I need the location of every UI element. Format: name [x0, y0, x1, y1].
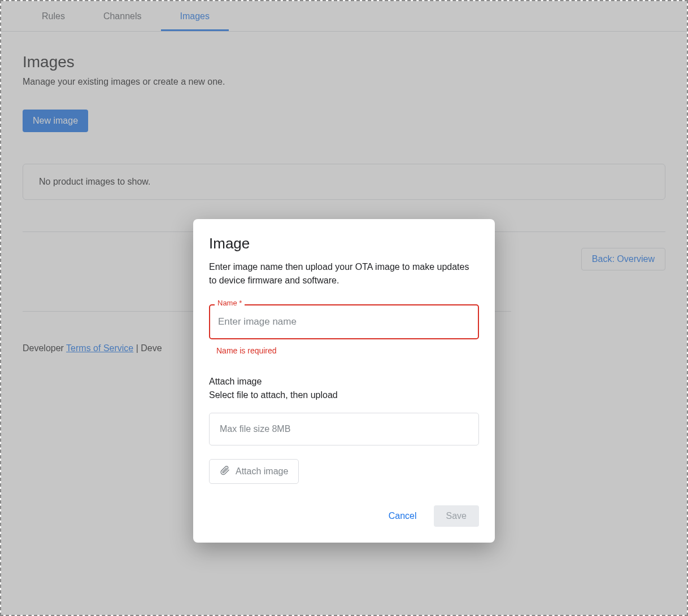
attach-image-label: Attach image [236, 466, 288, 477]
cancel-button[interactable]: Cancel [381, 505, 425, 527]
modal-overlay[interactable]: Image Enter image name then upload your … [1, 1, 687, 615]
image-dialog: Image Enter image name then upload your … [193, 219, 495, 543]
save-button[interactable]: Save [434, 505, 479, 527]
attach-section-title: Attach image [209, 377, 479, 387]
name-error: Name is required [209, 343, 479, 355]
name-field: Name * [209, 304, 479, 339]
dialog-title: Image [209, 235, 479, 252]
name-label: Name * [215, 299, 245, 307]
paperclip-icon [220, 465, 230, 478]
attach-image-button[interactable]: Attach image [209, 459, 299, 484]
attach-section-subtitle: Select file to attach, then upload [209, 390, 479, 400]
dialog-actions: Cancel Save [209, 505, 479, 527]
file-size-hint: Max file size 8MB [209, 413, 479, 445]
name-input[interactable] [209, 304, 479, 339]
dialog-description: Enter image name then upload your OTA im… [209, 260, 479, 287]
